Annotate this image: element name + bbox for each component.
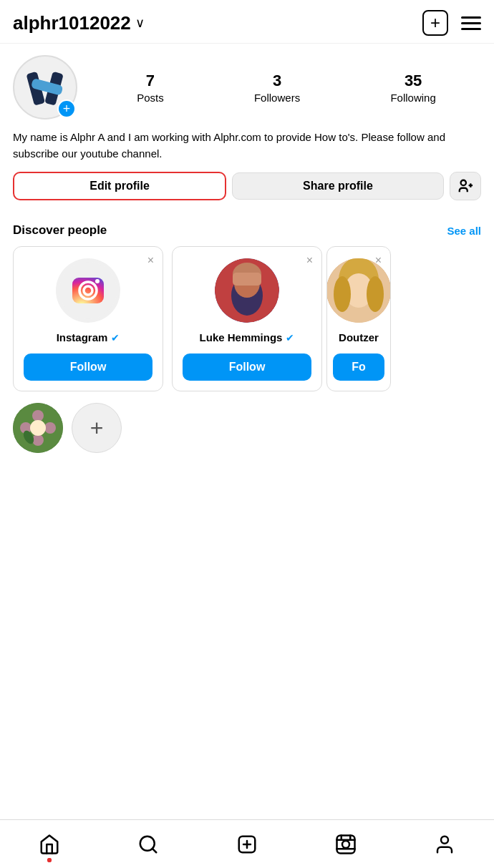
verified-icon: ✔ — [111, 332, 120, 343]
new-post-button[interactable]: + — [422, 10, 448, 36]
luke-avatar — [215, 258, 279, 323]
nav-reels[interactable] — [296, 820, 395, 868]
story-avatar-flower — [13, 403, 63, 453]
doutzen-avatar — [326, 258, 391, 323]
svg-point-26 — [30, 420, 46, 436]
edit-profile-button[interactable]: Edit profile — [13, 172, 226, 200]
story-item-add[interactable]: + — [72, 403, 122, 453]
svg-point-19 — [334, 276, 351, 312]
follow-doutzen-button[interactable]: Fo — [333, 353, 384, 381]
person-card-instagram: × — [13, 246, 163, 391]
see-all-button[interactable]: See all — [447, 225, 481, 237]
person-card-luke: × Luke Hemmings ✔ Fol — [172, 246, 322, 391]
posts-stat[interactable]: 7 Posts — [137, 72, 164, 104]
menu-button[interactable] — [461, 16, 481, 30]
bio-text: My name is Alphr A and I am working with… — [13, 130, 481, 162]
hamburger-line — [461, 16, 481, 19]
svg-point-23 — [32, 434, 44, 446]
discover-header: Discover people See all — [0, 223, 494, 246]
doutzen-name-row: Doutzer — [339, 331, 379, 343]
header: alphr1012022 ∨ + — [0, 0, 494, 44]
profile-top: + 7 Posts 3 Followers 35 Following — [13, 55, 481, 120]
add-person-button[interactable] — [450, 172, 481, 200]
hamburger-line — [461, 22, 481, 24]
close-icon[interactable]: × — [306, 254, 313, 267]
doutzen-name: Doutzer — [339, 331, 379, 343]
luke-name-row: Luke Hemmings ✔ — [200, 331, 295, 343]
followers-label: Followers — [254, 92, 300, 104]
add-story-badge[interactable]: + — [57, 99, 76, 118]
followers-count: 3 — [273, 72, 281, 90]
instagram-avatar — [56, 258, 120, 323]
svg-point-10 — [95, 279, 100, 283]
svg-point-20 — [367, 276, 384, 312]
people-cards: × — [0, 246, 494, 391]
luke-name: Luke Hemmings — [200, 331, 283, 343]
instagram-name-row: Instagram ✔ — [57, 331, 120, 343]
username-label[interactable]: alphr1012022 — [13, 12, 131, 34]
profile-section: + 7 Posts 3 Followers 35 Following My na… — [0, 44, 494, 223]
follow-instagram-button[interactable]: Follow — [24, 353, 152, 381]
action-buttons: Edit profile Share profile — [13, 172, 481, 200]
stats-row: 7 Posts 3 Followers 35 Following — [92, 72, 481, 104]
add-icon: + — [430, 13, 440, 33]
close-icon[interactable]: × — [147, 254, 154, 267]
instagram-name: Instagram — [57, 331, 108, 343]
svg-point-22 — [32, 410, 44, 421]
svg-point-3 — [461, 180, 466, 185]
follow-luke-button[interactable]: Follow — [183, 353, 311, 381]
following-label: Following — [390, 92, 435, 104]
hamburger-line — [461, 28, 481, 30]
followers-stat[interactable]: 3 Followers — [254, 72, 300, 104]
close-icon[interactable]: × — [375, 254, 382, 267]
svg-rect-33 — [337, 835, 355, 853]
following-stat[interactable]: 35 Following — [390, 72, 435, 104]
person-card-doutzen: × Doutzer Fo — [326, 246, 391, 391]
following-count: 35 — [405, 72, 422, 90]
bottom-nav — [0, 819, 494, 868]
nav-search[interactable] — [99, 820, 198, 868]
nav-profile[interactable] — [395, 820, 494, 868]
discover-title: Discover people — [13, 223, 107, 238]
nav-add[interactable] — [198, 820, 296, 868]
svg-line-29 — [152, 848, 156, 852]
header-right: + — [422, 10, 481, 36]
posts-label: Posts — [137, 92, 164, 104]
add-story-circle[interactable]: + — [72, 403, 122, 453]
nav-home[interactable] — [0, 820, 99, 868]
svg-point-34 — [342, 841, 349, 848]
svg-point-39 — [441, 836, 448, 843]
stories-row: + — [0, 391, 494, 459]
verified-icon: ✔ — [286, 332, 294, 343]
svg-rect-15 — [233, 273, 261, 286]
svg-point-25 — [44, 422, 56, 434]
chevron-down-icon[interactable]: ∨ — [135, 15, 145, 31]
story-item-flower[interactable] — [13, 403, 63, 453]
avatar-wrapper: + — [13, 55, 77, 120]
share-profile-button[interactable]: Share profile — [232, 172, 444, 200]
plus-icon: + — [90, 415, 104, 442]
header-left: alphr1012022 ∨ — [13, 12, 145, 34]
posts-count: 7 — [146, 72, 155, 90]
